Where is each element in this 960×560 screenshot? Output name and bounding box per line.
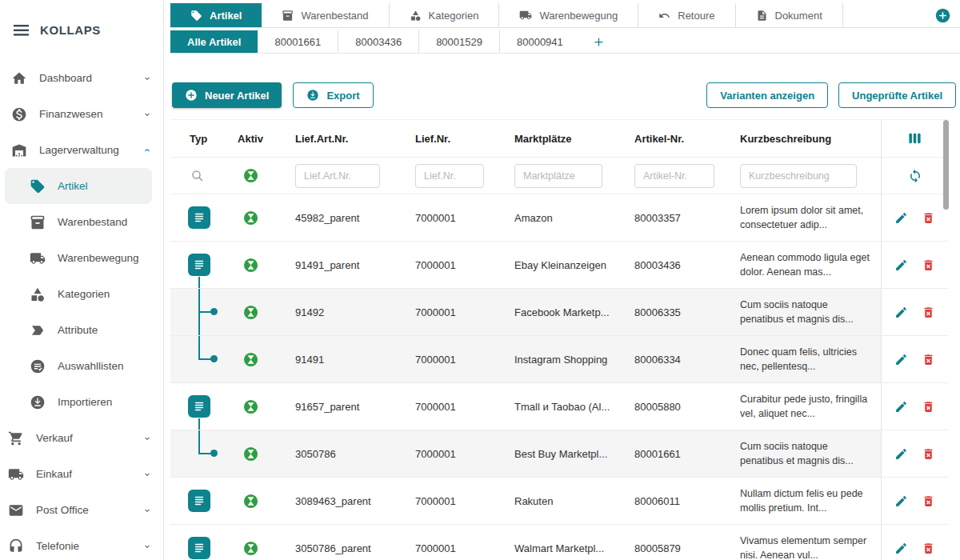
cell-artikel-nr: 80006011 <box>615 495 721 507</box>
tab-warenbestand[interactable]: Warenbestand <box>262 3 389 27</box>
chevron-down-icon <box>142 506 152 515</box>
main-area: Artikel Warenbestand Kategorien Warenbew… <box>164 0 960 560</box>
header-marktplaetze[interactable]: Marktplätze <box>495 133 615 145</box>
filter-input-lief-art-nr[interactable] <box>295 164 380 188</box>
search-icon[interactable] <box>190 169 205 183</box>
tab-retoure[interactable]: Retoure <box>638 3 735 27</box>
parent-article-icon[interactable] <box>188 254 210 276</box>
active-status-icon[interactable] <box>243 399 258 414</box>
parent-article-icon[interactable] <box>188 490 210 512</box>
document-icon <box>756 10 768 22</box>
chevron-down-icon <box>142 542 152 551</box>
sidebar-item-dashboard[interactable]: Dashboard <box>0 60 163 96</box>
new-article-button[interactable]: Neuer Artikel <box>172 82 282 108</box>
delete-button[interactable] <box>922 306 935 319</box>
sidebar-item-warenbestand[interactable]: Warenbestand <box>0 204 163 240</box>
subtab-article[interactable]: 80003436 <box>338 30 419 53</box>
active-status-icon[interactable] <box>243 352 258 367</box>
subtab-article[interactable]: 80001661 <box>258 30 338 53</box>
tab-artikel[interactable]: Artikel <box>170 3 262 27</box>
edit-button[interactable] <box>894 258 908 272</box>
header-aktiv[interactable]: Aktiv <box>225 133 276 145</box>
refresh-icon[interactable] <box>908 169 922 183</box>
tab-kategorien[interactable]: Kategorien <box>390 3 500 27</box>
sidebar-item-auswahllisten[interactable]: Auswahllisten <box>0 348 163 384</box>
sidebar-item-label: Warenbestand <box>58 216 127 228</box>
columns-icon[interactable] <box>908 132 922 145</box>
hamburger-icon[interactable] <box>14 25 29 36</box>
cell-lief-nr: 7000001 <box>396 401 495 413</box>
unchecked-articles-button[interactable]: Ungeprüfte Artikel <box>838 82 956 108</box>
filter-input-artikel-nr[interactable] <box>634 164 714 188</box>
export-button[interactable]: Export <box>293 82 373 108</box>
delete-button[interactable] <box>922 400 935 414</box>
edit-button[interactable] <box>894 400 908 414</box>
subtab-label: 80003436 <box>355 36 402 48</box>
cell-typ <box>170 289 225 335</box>
edit-button[interactable] <box>894 494 908 508</box>
filter-input-marktplaetze[interactable] <box>514 164 602 188</box>
edit-button[interactable] <box>894 447 908 461</box>
sidebar-item-post-office[interactable]: Post Office <box>0 492 163 528</box>
delete-button[interactable] <box>922 447 935 461</box>
sidebar-item-lagerverwaltung[interactable]: Lagerverwaltung <box>0 132 163 168</box>
active-status-icon[interactable] <box>243 305 258 320</box>
cell-artikel-nr: 80005879 <box>615 542 721 554</box>
sidebar-item-finanzwesen[interactable]: Finanzwesen <box>0 96 163 132</box>
add-subtab-button[interactable] <box>580 30 618 53</box>
edit-button[interactable] <box>894 353 908 366</box>
header-lief-nr[interactable]: Lief.Nr. <box>396 133 495 145</box>
active-toggle-icon[interactable] <box>243 168 258 183</box>
tab-warenbewegung[interactable]: Warenbewegung <box>499 3 638 27</box>
header-kurzbeschreibung[interactable]: Kurzbeschreibung <box>721 133 881 145</box>
table-row: 91491_parent 7000001 Ebay Kleinanzeigen … <box>170 242 948 289</box>
tab-label: Warenbewegung <box>539 10 618 22</box>
sidebar-item-label: Post Office <box>36 504 89 516</box>
edit-button[interactable] <box>894 211 908 225</box>
add-tab-button[interactable] <box>935 8 950 23</box>
parent-article-icon[interactable] <box>188 206 210 229</box>
delete-button[interactable] <box>922 211 935 225</box>
subtab-article[interactable]: 80000941 <box>500 30 580 53</box>
sidebar-item-kategorien[interactable]: Kategorien <box>0 276 163 312</box>
filter-input-kurzbeschreibung[interactable] <box>740 164 857 188</box>
edit-button[interactable] <box>894 542 908 555</box>
cell-marktplatz: Walmart Marketpl... <box>495 542 615 554</box>
headset-icon <box>8 538 24 554</box>
subtab-alle-artikel[interactable]: Alle Artikel <box>170 30 258 53</box>
sidebar-item-einkauf[interactable]: Einkauf <box>0 456 163 492</box>
active-status-icon[interactable] <box>243 446 258 462</box>
header-lief-art-nr[interactable]: Lief.Art.Nr. <box>276 133 396 145</box>
subtab-article[interactable]: 80001529 <box>419 30 500 53</box>
sidebar-item-telefonie[interactable]: Telefonie <box>0 528 163 560</box>
sidebar-item-artikel[interactable]: Artikel <box>5 168 152 204</box>
delete-button[interactable] <box>922 494 935 508</box>
delete-button[interactable] <box>922 353 935 366</box>
cell-lief-art-nr: 3050786_parent <box>276 542 396 554</box>
edit-button[interactable] <box>894 306 908 319</box>
cell-artikel-nr: 80001661 <box>615 448 721 460</box>
tab-dokument[interactable]: Dokument <box>736 3 843 27</box>
cell-typ <box>170 525 225 560</box>
active-status-icon[interactable] <box>243 258 258 273</box>
sidebar-item-warenbewegung[interactable]: Warenbewegung <box>0 240 163 276</box>
parent-article-icon[interactable] <box>188 537 210 559</box>
active-status-icon[interactable] <box>243 210 258 226</box>
active-status-icon[interactable] <box>243 541 258 556</box>
filter-input-lief-nr[interactable] <box>415 164 484 188</box>
filter-actions <box>881 158 948 194</box>
delete-button[interactable] <box>922 258 935 272</box>
delete-button[interactable] <box>922 542 935 555</box>
show-variants-button[interactable]: Varianten anzeigen <box>706 82 828 108</box>
cell-kurzbeschreibung: Cum sociis natoque penatibus et magnis d… <box>721 439 881 468</box>
sidebar-item-importieren[interactable]: Importieren <box>0 384 163 420</box>
header-typ[interactable]: Typ <box>170 133 225 145</box>
sidebar-item-label: Warenbewegung <box>58 252 139 264</box>
sidebar-item-verkauf[interactable]: Verkauf <box>0 420 163 456</box>
cell-actions <box>881 478 948 524</box>
header-artikel-nr[interactable]: Artikel-Nr. <box>615 133 721 145</box>
vertical-scrollbar[interactable] <box>943 120 949 210</box>
parent-article-icon[interactable] <box>188 395 210 418</box>
active-status-icon[interactable] <box>243 494 258 509</box>
sidebar-item-attribute[interactable]: Attribute <box>0 312 163 348</box>
